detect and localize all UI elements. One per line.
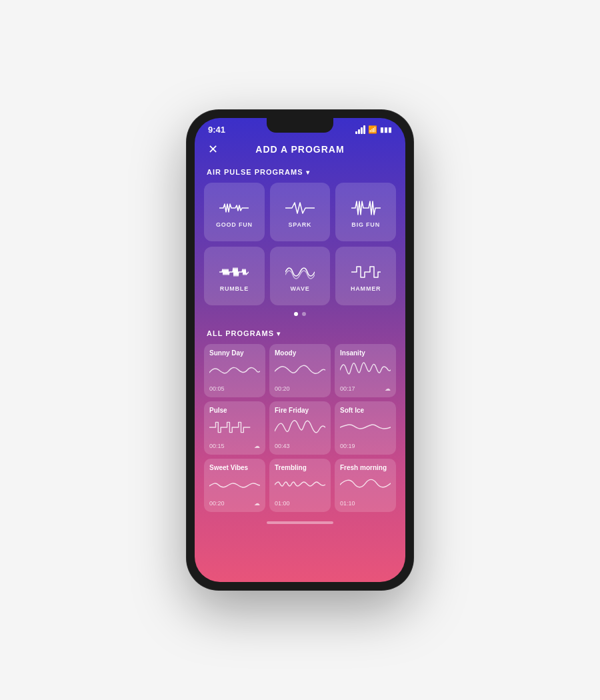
phone-frame: 9:41 📶 ▮▮▮ ✕ ADD A PROGRAM [187, 110, 413, 590]
tile-name-trembling: Trembling [275, 464, 325, 471]
tile-sunny-day[interactable]: Sunny Day 00:05 [204, 344, 265, 397]
tile-footer-fire-friday: 00:43 [275, 443, 325, 449]
air-pulse-grid: GOOD FUN SPARK [195, 183, 405, 305]
rumble-icon [219, 263, 249, 281]
good-fun-label: GOOD FUN [216, 221, 253, 228]
hammer-label: HAMMER [351, 285, 381, 292]
dot-2 [302, 312, 306, 316]
big-fun-label: BIG FUN [351, 221, 380, 228]
rumble-label: RUMBLE [220, 285, 249, 292]
signal-icon [355, 125, 365, 134]
wave-trembling [275, 474, 325, 495]
status-time: 9:41 [208, 125, 225, 135]
tile-footer-moody: 00:20 [275, 385, 325, 392]
wave-label: WAVE [290, 285, 309, 292]
battery-icon: ▮▮▮ [380, 126, 392, 133]
wave-icon [285, 263, 315, 281]
tile-time-trembling: 01:00 [275, 500, 290, 507]
big-fun-icon [351, 199, 381, 217]
tile-time-sweet-vibes: 00:20 [209, 500, 225, 507]
program-card-wave[interactable]: WAVE [270, 247, 331, 305]
tile-cloud-pulse: ☁ [254, 443, 260, 449]
wave-sunny-day [209, 359, 260, 381]
pagination-dots [195, 312, 405, 316]
tile-sweet-vibes[interactable]: Sweet Vibes 00:20 ☁ [204, 459, 265, 512]
tile-name-sunny-day: Sunny Day [209, 349, 260, 357]
tile-footer-soft-ice: 00:19 [340, 443, 391, 449]
close-button[interactable]: ✕ [208, 142, 218, 157]
tile-time-fresh-morning: 01:10 [340, 500, 355, 507]
tile-moody[interactable]: Moody 00:20 [269, 344, 331, 397]
spark-icon [285, 199, 315, 217]
tile-time-insanity: 00:17 [340, 385, 355, 392]
all-programs-section-header: ALL PROGRAMS ▾ [195, 324, 405, 344]
tile-insanity[interactable]: Insanity 00:17 ☁ [335, 344, 396, 397]
tile-footer-sweet-vibes: 00:20 ☁ [209, 500, 260, 507]
status-icons: 📶 ▮▮▮ [355, 125, 392, 134]
tile-name-sweet-vibes: Sweet Vibes [209, 464, 260, 471]
scroll-indicator [267, 521, 333, 524]
all-programs-grid: Sunny Day 00:05 Moody [195, 344, 405, 512]
tile-fire-friday[interactable]: Fire Friday 00:43 [269, 401, 331, 455]
app-header: ✕ ADD A PROGRAM [195, 139, 405, 163]
dot-1 [294, 312, 298, 316]
wave-soft-ice [340, 417, 391, 438]
tile-time-pulse: 00:15 [209, 443, 225, 449]
wave-pulse [209, 417, 260, 438]
tile-time-moody: 00:20 [275, 385, 290, 392]
tile-fresh-morning[interactable]: Fresh morning 01:10 [335, 459, 396, 512]
tile-cloud-sweet-vibes: ☁ [254, 500, 260, 507]
tile-name-fire-friday: Fire Friday [275, 407, 325, 414]
wifi-icon: 📶 [368, 125, 377, 134]
tile-footer-insanity: 00:17 ☁ [340, 385, 391, 392]
tile-time-fire-friday: 00:43 [275, 443, 290, 449]
program-card-good-fun[interactable]: GOOD FUN [204, 183, 265, 241]
wave-fresh-morning [340, 474, 391, 495]
tile-footer-trembling: 01:00 [275, 500, 325, 507]
tile-time-sunny-day: 00:05 [209, 385, 225, 392]
air-pulse-chevron-icon: ▾ [306, 169, 310, 176]
phone-mockup: 9:41 📶 ▮▮▮ ✕ ADD A PROGRAM [187, 110, 413, 590]
all-programs-label: ALL PROGRAMS [207, 329, 274, 337]
phone-screen: 9:41 📶 ▮▮▮ ✕ ADD A PROGRAM [195, 118, 405, 582]
all-programs-chevron-icon: ▾ [277, 330, 281, 337]
notch [267, 118, 333, 133]
page-title: ADD A PROGRAM [255, 144, 344, 155]
good-fun-icon [219, 199, 249, 217]
wave-insanity [340, 359, 391, 381]
tile-soft-ice[interactable]: Soft Ice 00:19 [335, 401, 396, 455]
air-pulse-section-header: AIR PULSE PROGRAMS ▾ [195, 163, 405, 183]
program-card-rumble[interactable]: RUMBLE [204, 247, 265, 305]
tile-name-moody: Moody [275, 349, 325, 357]
tile-pulse[interactable]: Pulse 00:15 ☁ [204, 401, 265, 455]
tile-name-insanity: Insanity [340, 349, 391, 357]
program-card-hammer[interactable]: HAMMER [335, 247, 396, 305]
spark-label: SPARK [289, 221, 312, 228]
wave-sweet-vibes [209, 474, 260, 495]
tile-footer-pulse: 00:15 ☁ [209, 443, 260, 449]
tile-footer-sunny-day: 00:05 [209, 385, 260, 392]
tile-name-pulse: Pulse [209, 407, 260, 414]
program-card-spark[interactable]: SPARK [270, 183, 331, 241]
scrollable-content[interactable]: AIR PULSE PROGRAMS ▾ GOOD FUN [195, 163, 405, 573]
wave-moody [275, 359, 325, 381]
tile-footer-fresh-morning: 01:10 [340, 500, 391, 507]
tile-name-soft-ice: Soft Ice [340, 407, 391, 414]
wave-fire-friday [275, 417, 325, 438]
tile-cloud-insanity: ☁ [385, 385, 391, 392]
program-card-big-fun[interactable]: BIG FUN [335, 183, 396, 241]
hammer-icon [351, 263, 381, 281]
tile-trembling[interactable]: Trembling 01:00 [269, 459, 331, 512]
tile-time-soft-ice: 00:19 [340, 443, 355, 449]
air-pulse-label: AIR PULSE PROGRAMS [207, 168, 303, 176]
tile-name-fresh-morning: Fresh morning [340, 464, 391, 471]
